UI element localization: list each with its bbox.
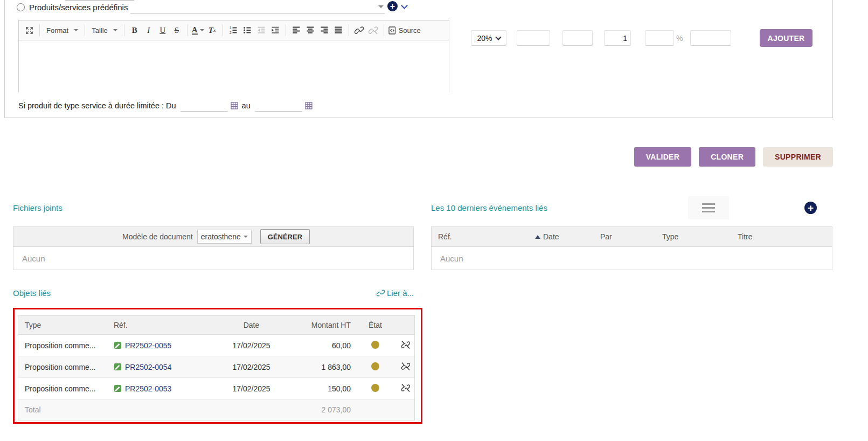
unlink-icon[interactable] (401, 362, 410, 370)
qty-input[interactable] (604, 30, 631, 46)
linked-object-ref-link[interactable]: PR2502-0055 (125, 341, 171, 350)
source-button[interactable]: Source (388, 24, 421, 37)
percent-suffix: % (676, 34, 683, 43)
calendar-icon[interactable] (231, 102, 238, 109)
document-model-label: Modèle de document (122, 232, 193, 241)
product-form-panel: Produits/services prédéfinis + Format Ta… (4, 0, 833, 118)
service-duration-label: Si produit de type service à durée limit… (18, 101, 176, 110)
document-model-select[interactable]: eratosthene (197, 230, 252, 244)
proposal-doc-icon (114, 384, 122, 392)
total-label: Total (18, 405, 107, 414)
table-row: Proposition comme... PR2502-0054 17/02/2… (18, 356, 414, 378)
extra-amount-input[interactable] (690, 30, 731, 46)
linked-object-ref-link[interactable]: PR2502-0054 (125, 363, 171, 371)
status-dot (371, 341, 379, 349)
vat-select[interactable]: 20% (471, 30, 506, 46)
attachments-table-header: Modèle de document eratosthene GÉNÉRER (13, 227, 413, 247)
linked-objects-table: Type Réf. Date Montant HT État Propositi… (18, 315, 415, 421)
events-menu-button[interactable] (688, 196, 729, 219)
proposal-doc-icon (114, 363, 122, 371)
outdent-icon (255, 24, 267, 37)
add-product-icon[interactable]: + (387, 1, 398, 11)
discount-input[interactable] (645, 30, 674, 46)
attachments-title: Fichiers joints (13, 203, 63, 212)
align-right-icon[interactable] (318, 24, 330, 37)
cropped-input-remnant (65, 0, 134, 1)
svg-text:2: 2 (230, 31, 232, 35)
add-event-icon[interactable]: + (804, 202, 817, 214)
events-table: Réf. Date Par Type Titre Aucun (431, 226, 832, 270)
expand-chevron-icon[interactable] (401, 2, 408, 9)
editor-content[interactable] (19, 40, 449, 92)
unlink-icon[interactable] (401, 384, 410, 392)
status-dot (371, 362, 379, 370)
column-header-titre[interactable]: Titre (738, 232, 832, 241)
events-table-header: Réf. Date Par Type Titre (432, 227, 832, 247)
bold-button[interactable]: B (129, 24, 141, 37)
column-header-date[interactable]: Date (535, 232, 600, 241)
divider (384, 24, 384, 36)
strikethrough-button[interactable]: S (171, 24, 183, 37)
remove-format-button[interactable]: Tx (206, 24, 218, 37)
divider (39, 24, 40, 36)
underline-button[interactable]: U (157, 24, 169, 37)
format-select[interactable]: Format (44, 26, 80, 35)
ajouter-button[interactable]: AJOUTER (760, 29, 813, 47)
ordered-list-icon[interactable]: 12 (227, 24, 239, 37)
align-center-icon[interactable] (304, 24, 316, 37)
column-header-par[interactable]: Par (600, 232, 662, 241)
supprimer-button[interactable]: SUPPRIMER (763, 147, 833, 167)
svg-text:1: 1 (230, 26, 232, 30)
divider (286, 24, 286, 36)
description-editor: Format Taille B I U S A (18, 20, 449, 92)
price-ht-input[interactable] (517, 30, 550, 46)
unlink-icon (367, 24, 379, 37)
divider (85, 24, 85, 36)
italic-button[interactable]: I (143, 24, 155, 37)
indent-icon[interactable] (269, 24, 281, 37)
unordered-list-icon[interactable] (241, 24, 253, 37)
divider (187, 24, 188, 36)
attachments-empty-row: Aucun (13, 247, 413, 270)
predefined-products-label: Produits/services prédéfinis (29, 3, 128, 12)
linked-object-type: Proposition comme... (18, 384, 107, 393)
column-header-etat: État (355, 321, 395, 329)
justify-icon[interactable] (332, 24, 344, 37)
column-header-montant: Montant HT (274, 321, 355, 329)
valider-button[interactable]: VALIDER (634, 147, 692, 167)
linked-object-ref-link[interactable]: PR2502-0053 (125, 384, 171, 393)
column-header-type[interactable]: Type (662, 232, 738, 241)
text-color-button[interactable]: A (192, 24, 204, 37)
linked-object-amount: 1 863,00 (274, 363, 355, 371)
price-ttc-input[interactable] (563, 30, 593, 46)
sort-asc-icon (535, 235, 540, 239)
column-header-type: Type (18, 321, 107, 329)
maximize-icon[interactable] (23, 24, 35, 37)
proposal-doc-icon (114, 341, 122, 349)
column-header-ref[interactable]: Réf. (432, 232, 535, 241)
action-button-bar: VALIDER CLONER SUPPRIMER (0, 147, 833, 167)
linked-object-date: 17/02/2025 (228, 384, 274, 393)
date-start-input[interactable] (180, 100, 228, 112)
generer-button[interactable]: GÉNÉRER (260, 229, 310, 244)
linked-object-date: 17/02/2025 (228, 363, 274, 371)
link-icon[interactable] (353, 24, 365, 37)
chevron-down-icon (200, 29, 204, 31)
link-to-button[interactable]: Lier à... (377, 288, 414, 298)
status-dot (371, 384, 379, 392)
calendar-icon[interactable] (305, 102, 313, 109)
date-end-input[interactable] (255, 100, 302, 112)
chevron-down-icon (113, 29, 117, 31)
divider (223, 24, 223, 36)
total-value: 2 073,00 (274, 405, 355, 414)
events-title: Les 10 derniers événements liés (431, 203, 547, 212)
cloner-button[interactable]: CLONER (699, 147, 755, 167)
product-select[interactable] (130, 1, 385, 13)
chevron-down-icon (244, 236, 248, 238)
align-left-icon[interactable] (290, 24, 302, 37)
predefined-products-radio[interactable] (17, 3, 25, 11)
size-select[interactable]: Taille (89, 26, 120, 35)
linked-objects-table-header: Type Réf. Date Montant HT État (18, 316, 414, 335)
unlink-icon[interactable] (401, 341, 410, 349)
au-label: au (242, 101, 251, 110)
